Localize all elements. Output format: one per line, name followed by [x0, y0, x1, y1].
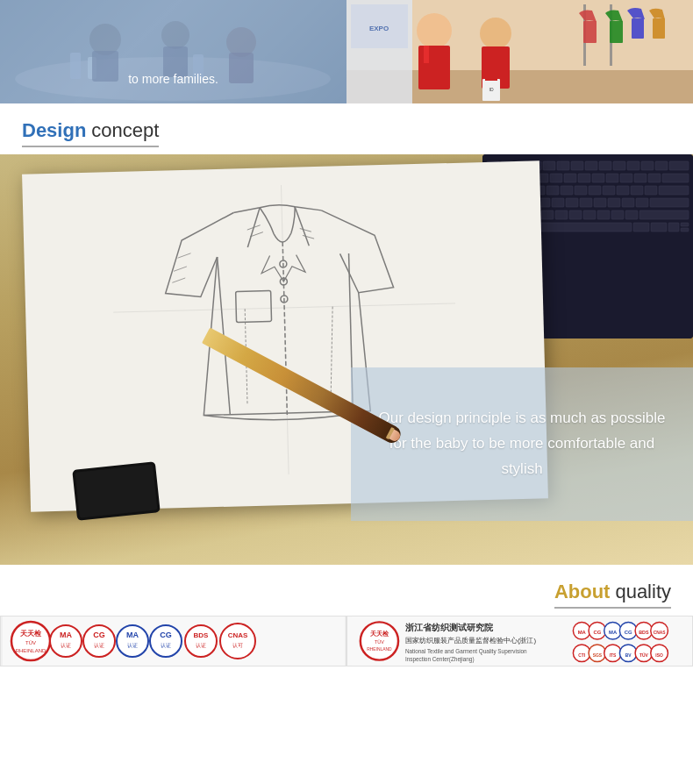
- top-image-right: EXPO ID: [346, 0, 693, 103]
- svg-line-114: [174, 267, 187, 271]
- svg-rect-81: [608, 198, 620, 207]
- svg-text:认证: 认证: [127, 643, 138, 648]
- svg-text:浙江省纺织测试研究院: 浙江省纺织测试研究院: [405, 623, 494, 632]
- svg-rect-70: [631, 186, 643, 195]
- svg-rect-99: [539, 223, 632, 232]
- svg-text:BV: BV: [625, 653, 632, 658]
- svg-rect-68: [603, 186, 615, 195]
- eraser: [72, 461, 161, 521]
- svg-text:ID: ID: [489, 87, 494, 92]
- svg-rect-78: [566, 198, 578, 207]
- left-image-bg: to more families.: [0, 0, 346, 103]
- svg-text:CG: CG: [160, 631, 172, 639]
- svg-text:认证: 认证: [94, 643, 104, 648]
- svg-rect-18: [610, 21, 623, 43]
- svg-rect-103: [681, 223, 689, 226]
- svg-text:认证: 认证: [61, 643, 71, 648]
- svg-text:认证: 认证: [196, 643, 206, 648]
- svg-text:MA: MA: [609, 630, 618, 635]
- svg-text:国家纺织服装产品质量监督检验中心(浙江): 国家纺织服装产品质量监督检验中心(浙江): [405, 637, 537, 645]
- svg-rect-91: [583, 210, 596, 219]
- svg-rect-25: [424, 46, 429, 63]
- design-concept-image: // This will be rendered by inline appro…: [0, 154, 693, 565]
- bottom-cert-images: 天天检 TÜV RHEINLAND MA 认证 CG 认证 MA 认证 CG 认…: [0, 616, 693, 666]
- svg-text:CTI: CTI: [578, 653, 586, 658]
- svg-rect-38: [557, 161, 569, 170]
- svg-point-135: [185, 625, 217, 657]
- svg-rect-72: [659, 186, 689, 195]
- svg-rect-46: [669, 161, 689, 170]
- svg-text:SGS: SGS: [593, 653, 603, 658]
- svg-text:CNAS: CNAS: [227, 631, 247, 639]
- svg-rect-77: [552, 198, 564, 207]
- svg-rect-66: [575, 186, 587, 195]
- left-image-caption: to more families.: [128, 72, 218, 86]
- design-overlay-text: Our design principle is as much as possi…: [368, 406, 675, 482]
- svg-text:TÜV: TÜV: [25, 640, 36, 645]
- svg-rect-88: [541, 210, 554, 219]
- svg-rect-90: [569, 210, 582, 219]
- svg-text:BDS: BDS: [639, 630, 649, 635]
- cert-image-left: 天天检 TÜV RHEINLAND MA 认证 CG 认证 MA 认证 CG 认…: [0, 616, 346, 666]
- about-quality-title: About quality: [554, 581, 671, 609]
- cert-badges-svg-left: 天天检 TÜV RHEINLAND MA 认证 CG 认证 MA 认证 CG 认…: [3, 617, 345, 666]
- top-images-section: to more families.: [0, 0, 693, 103]
- svg-rect-92: [597, 210, 610, 219]
- svg-rect-56: [620, 174, 632, 182]
- svg-line-117: [281, 185, 289, 474]
- svg-text:TÜV: TÜV: [375, 639, 384, 645]
- svg-rect-93: [611, 210, 624, 219]
- svg-rect-51: [550, 174, 562, 182]
- svg-rect-80: [594, 198, 606, 207]
- svg-rect-104: [681, 228, 689, 232]
- svg-rect-82: [622, 198, 634, 207]
- svg-rect-64: [547, 186, 559, 195]
- svg-text:MA: MA: [578, 630, 587, 635]
- svg-rect-45: [655, 161, 668, 170]
- svg-text:天天检: 天天检: [369, 630, 389, 637]
- svg-text:Inspection Center(Zhejiang): Inspection Center(Zhejiang): [405, 656, 475, 663]
- svg-text:ISO: ISO: [655, 653, 663, 658]
- svg-rect-69: [617, 186, 629, 195]
- svg-rect-37: [543, 161, 555, 170]
- svg-rect-11: [0, 0, 346, 103]
- svg-rect-44: [641, 161, 654, 170]
- svg-text:CNAS: CNAS: [654, 631, 667, 635]
- svg-text:RHEINLAND: RHEINLAND: [15, 648, 46, 653]
- svg-rect-19: [632, 18, 644, 39]
- svg-rect-55: [606, 174, 618, 182]
- about-quality-section: About quality: [0, 565, 693, 616]
- svg-rect-59: [662, 174, 689, 182]
- svg-text:MA: MA: [126, 631, 139, 639]
- svg-rect-42: [613, 161, 625, 170]
- svg-point-21: [417, 13, 452, 48]
- svg-line-112: [303, 235, 314, 239]
- svg-rect-102: [668, 223, 679, 232]
- svg-rect-65: [561, 186, 573, 195]
- svg-text:认可: 认可: [232, 643, 243, 648]
- design-concept-section: Design concept: [0, 103, 693, 154]
- svg-text:CG: CG: [593, 630, 601, 635]
- svg-text:认证: 认证: [161, 643, 171, 648]
- design-title-normal: concept: [91, 119, 159, 142]
- svg-text:EXPO: EXPO: [369, 25, 389, 32]
- svg-rect-30: [485, 77, 497, 81]
- svg-rect-71: [645, 186, 657, 195]
- svg-line-113: [177, 253, 190, 258]
- svg-point-23: [480, 18, 511, 49]
- svg-text:National Textile and Garment Q: National Textile and Garment Quality Sup…: [405, 648, 527, 655]
- svg-point-138: [220, 624, 255, 659]
- svg-rect-20: [653, 18, 665, 39]
- svg-text:TÜV: TÜV: [639, 652, 649, 658]
- svg-rect-52: [564, 174, 576, 182]
- cert-badges-svg-right: 天天检 TÜV RHEINLAND 浙江省纺织测试研究院 国家纺织服装产品质量监…: [352, 617, 688, 666]
- left-image-svg: [0, 0, 346, 103]
- page-container: to more families.: [0, 0, 693, 666]
- design-concept-title: Design concept: [22, 119, 159, 147]
- cert-image-right: 天天检 TÜV RHEINLAND 浙江省纺织测试研究院 国家纺织服装产品质量监…: [346, 616, 693, 666]
- svg-rect-94: [625, 210, 638, 219]
- svg-line-111: [300, 228, 311, 232]
- svg-text:天天检: 天天检: [19, 630, 42, 638]
- svg-text:RHEINLAND: RHEINLAND: [367, 647, 392, 652]
- quality-title-normal: quality: [615, 581, 671, 603]
